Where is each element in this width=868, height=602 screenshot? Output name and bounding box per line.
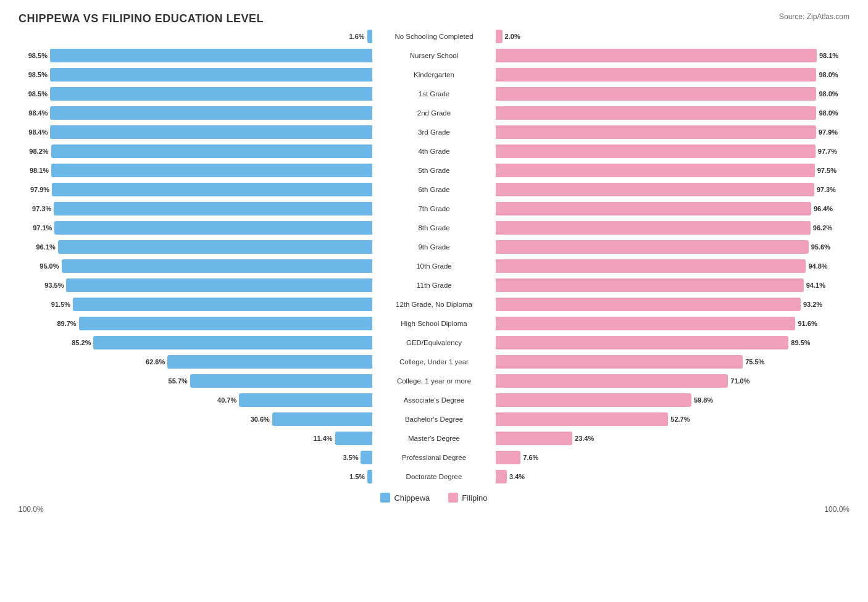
left-value: 98.1% [25,167,49,174]
right-value: 98.0% [819,71,842,78]
right-bar [496,164,815,177]
right-bar-container: 96.2% [496,219,849,236]
row-label: No Schooling Completed [372,33,496,40]
chart-row: 62.6% College, Under 1 year 75.5% [19,353,849,370]
right-bar-wrapper: 95.6% [496,240,849,254]
left-value: 40.7% [213,396,236,404]
right-value: 75.5% [745,358,769,366]
left-bar-container: 98.5% [19,85,372,102]
row-label: 4th Grade [372,148,496,155]
right-bar [496,125,816,139]
right-bar [496,68,816,82]
left-bar-container: 55.7% [19,372,372,390]
right-bar-wrapper: 75.5% [496,355,849,369]
row-label: 1st Grade [372,90,496,98]
right-bar-container: 98.0% [496,85,849,102]
chart-row: 98.1% 5th Grade 97.5% [19,162,849,179]
left-value: 11.4% [309,435,333,442]
left-value: 55.7% [164,377,188,385]
left-value: 98.2% [25,148,49,155]
axis-left: 100.0% [19,505,44,514]
right-bar-container: 89.5% [496,334,849,351]
axis-labels: 100.0% 100.0% [19,505,849,514]
right-value: 3.4% [509,473,533,480]
right-bar-container: 97.3% [496,181,849,198]
left-bar-wrapper: 3.5% [19,451,372,464]
left-bar [167,355,372,369]
right-bar [496,432,572,445]
chart-row: 98.4% 2nd Grade 98.0% [19,104,849,122]
left-bar [79,317,372,330]
right-value: 97.5% [817,167,841,174]
right-value: 91.6% [798,320,821,327]
left-value: 30.6% [246,416,270,423]
right-value: 97.9% [819,128,842,136]
right-bar-wrapper: 98.0% [496,106,849,120]
row-label: 12th Grade, No Diploma [372,301,496,308]
left-bar-wrapper: 97.1% [19,221,372,235]
left-bar-wrapper: 98.5% [19,49,372,62]
row-label: Associate's Degree [372,396,496,404]
chart-row: 85.2% GED/Equivalency 89.5% [19,334,849,351]
left-bar-wrapper: 97.9% [19,183,372,196]
row-label: College, 1 year or more [372,377,496,385]
left-bar-wrapper: 97.3% [19,202,372,215]
left-bar-container: 98.2% [19,143,372,160]
left-bar-wrapper: 98.5% [19,87,372,101]
left-bar-container: 97.1% [19,219,372,236]
right-bar-container: 71.0% [496,372,849,390]
right-value: 96.2% [813,224,837,232]
right-value: 97.7% [818,148,841,155]
right-value: 52.7% [670,416,694,423]
right-bar-container: 97.9% [496,123,849,141]
right-bar [496,106,816,120]
right-bar-wrapper: 2.0% [496,30,849,43]
left-bar [73,298,372,311]
right-bar-container: 75.5% [496,353,849,370]
chart-row: 95.0% 10th Grade 94.8% [19,257,849,275]
right-bar-container: 98.0% [496,104,849,122]
left-bar [50,125,372,139]
right-bar [496,451,520,464]
left-bar-container: 98.4% [19,104,372,122]
left-bar [239,393,372,407]
right-bar [496,144,816,158]
left-bar-wrapper: 40.7% [19,393,372,407]
chart-title: CHIPPEWA VS FILIPINO EDUCATION LEVEL [19,12,264,25]
left-bar-container: 97.3% [19,200,372,217]
right-value: 71.0% [730,377,754,385]
chart-row: 98.5% Kindergarten 98.0% [19,66,849,83]
right-bar-container: 96.4% [496,200,849,217]
left-bar-wrapper: 98.4% [19,106,372,120]
left-bar-container: 89.7% [19,315,372,332]
left-bar-container: 3.5% [19,449,372,466]
left-bar-container: 98.5% [19,66,372,83]
left-value: 62.6% [141,358,165,366]
chart-row: 3.5% Professional Degree 7.6% [19,449,849,466]
right-bar-wrapper: 98.0% [496,68,849,82]
left-bar-container: 96.1% [19,238,372,256]
right-bar-wrapper: 7.6% [496,451,849,464]
chart-row: 97.3% 7th Grade 96.4% [19,200,849,217]
right-bar-container: 91.6% [496,315,849,332]
chart-row: 30.6% Bachelor's Degree 52.7% [19,411,849,428]
right-bar [496,221,811,235]
row-label: 6th Grade [372,186,496,193]
left-bar-container: 98.1% [19,162,372,179]
left-bar [54,221,372,235]
right-bar [496,298,801,311]
row-label: 8th Grade [372,224,496,232]
right-bar-wrapper: 71.0% [496,374,849,388]
left-bar [50,106,372,120]
left-value: 98.5% [24,90,48,98]
left-value: 98.4% [24,109,48,117]
left-value: 3.5% [335,454,358,461]
right-bar-container: 3.4% [496,468,849,485]
row-label: 3rd Grade [372,128,496,136]
chart-row: 97.1% 8th Grade 96.2% [19,219,849,236]
right-bar [496,259,806,273]
left-bar-wrapper: 30.6% [19,412,372,426]
right-value: 98.0% [819,90,842,98]
right-bar-container: 59.8% [496,391,849,409]
right-bar-container: 98.0% [496,66,849,83]
